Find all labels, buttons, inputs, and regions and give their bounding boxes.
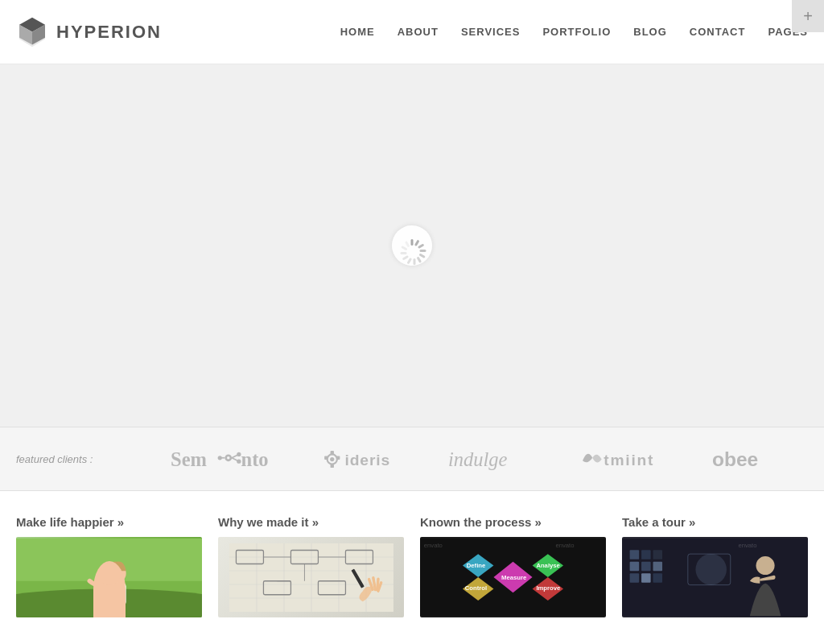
svg-rect-14 <box>325 456 328 459</box>
svg-text:Sem: Sem <box>171 448 207 470</box>
svg-point-21 <box>16 588 202 617</box>
cards-section: Make life happier » <box>0 491 824 617</box>
svg-line-4 <box>232 455 237 458</box>
svg-text:Improve: Improve <box>536 584 561 592</box>
svg-point-73 <box>756 556 775 575</box>
client-semonto[interactable]: Sem nto <box>171 445 270 473</box>
plus-button[interactable]: + <box>792 0 824 32</box>
card-take-tour-image: envato <box>622 537 808 617</box>
card-take-tour: Take a tour » envato <box>622 515 808 617</box>
card-why-made-title[interactable]: Why we made it » <box>218 515 404 529</box>
tech-image: envato <box>622 537 808 617</box>
svg-text:obee: obee <box>712 448 758 470</box>
nav-blog[interactable]: BLOG <box>633 26 667 38</box>
client-obee[interactable]: obee <box>712 445 783 473</box>
svg-rect-71 <box>641 573 651 583</box>
card-why-made-image <box>218 537 404 617</box>
clients-bar: featured clients : Sem nto <box>0 427 824 491</box>
clients-logos: Sem nto id <box>145 445 808 473</box>
svg-rect-22 <box>16 539 202 581</box>
client-ideris[interactable]: ideris <box>319 445 397 473</box>
nav-portfolio[interactable]: PORTFOLIO <box>542 26 611 38</box>
svg-rect-64 <box>630 550 640 559</box>
svg-text:Define: Define <box>467 562 486 569</box>
svg-rect-66 <box>630 562 640 572</box>
svg-rect-24 <box>108 583 126 606</box>
drawing-svg <box>228 543 395 612</box>
process-svg: envato envato Measure Define Analyse Con… <box>420 537 606 617</box>
svg-text:nto: nto <box>241 448 268 470</box>
svg-point-2 <box>227 456 230 460</box>
svg-text:envato: envato <box>424 542 443 549</box>
svg-rect-68 <box>653 550 663 559</box>
logo-text: HYPERION <box>56 22 162 43</box>
svg-rect-70 <box>630 573 640 583</box>
girl-image <box>16 537 202 617</box>
clients-label: featured clients : <box>16 453 121 465</box>
card-known-process-title[interactable]: Known the process » <box>420 515 606 529</box>
main-nav: HOME ABOUT SERVICES PORTFOLIO BLOG CONTA… <box>340 26 808 38</box>
card-make-life-title[interactable]: Make life happier » <box>16 515 202 529</box>
spinner-lines <box>398 231 426 260</box>
svg-text:envato: envato <box>555 542 574 549</box>
card-make-life-image <box>16 537 202 617</box>
tech-svg: envato <box>622 537 808 617</box>
nav-home[interactable]: HOME <box>340 26 375 38</box>
logo-area[interactable]: HYPERION <box>16 16 162 48</box>
card-known-process: Known the process » envato envato Measu <box>420 515 606 617</box>
svg-text:tmiint: tmiint <box>604 451 654 468</box>
svg-point-74 <box>695 554 727 585</box>
svg-text:ideris: ideris <box>345 451 391 468</box>
tmiint-logo: tmiint <box>577 445 661 473</box>
ideris-logo: ideris <box>319 445 397 473</box>
card-known-process-image: envato envato Measure Define Analyse Con… <box>420 537 606 617</box>
card-make-life: Make life happier » <box>16 515 202 617</box>
nav-contact[interactable]: CONTACT <box>690 26 746 38</box>
svg-rect-12 <box>331 451 334 454</box>
svg-line-5 <box>232 457 237 460</box>
svg-text:indulge: indulge <box>448 448 508 470</box>
indulge-logo: indulge <box>448 445 525 473</box>
svg-rect-72 <box>653 573 663 583</box>
card-why-made: Why we made it » <box>218 515 404 617</box>
svg-point-8 <box>217 456 221 460</box>
semonto-logo: Sem nto <box>171 445 270 473</box>
drawing-image <box>218 537 404 617</box>
nav-about[interactable]: ABOUT <box>398 26 439 38</box>
nav-services[interactable]: SERVICES <box>461 26 521 38</box>
svg-rect-65 <box>641 550 651 559</box>
svg-rect-69 <box>653 562 663 572</box>
svg-text:Analyse: Analyse <box>536 562 560 569</box>
obee-logo: obee <box>712 445 783 473</box>
svg-rect-15 <box>336 456 340 459</box>
svg-text:envato: envato <box>738 542 756 549</box>
svg-point-11 <box>331 456 335 460</box>
process-image: envato envato Measure Define Analyse Con… <box>420 537 606 617</box>
girl-svg <box>16 537 202 617</box>
client-tmiint[interactable]: tmiint <box>577 445 661 473</box>
svg-rect-67 <box>641 562 651 572</box>
header: HYPERION HOME ABOUT SERVICES PORTFOLIO B… <box>0 0 824 64</box>
svg-rect-13 <box>331 464 334 467</box>
hero-section <box>0 64 824 427</box>
svg-text:Measure: Measure <box>501 574 527 581</box>
svg-text:Control: Control <box>465 584 487 592</box>
client-indulge[interactable]: indulge <box>448 445 525 473</box>
loading-spinner <box>392 225 432 266</box>
card-take-tour-title[interactable]: Take a tour » <box>622 515 808 529</box>
logo-icon <box>16 16 48 48</box>
